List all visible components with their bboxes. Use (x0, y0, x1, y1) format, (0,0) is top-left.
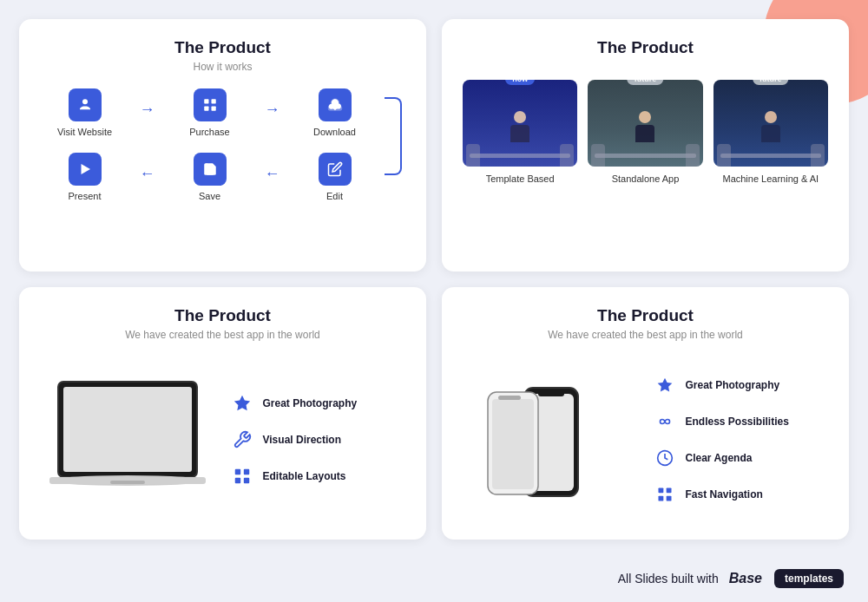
arrow-right-2: → (265, 101, 280, 119)
card4-title: The Product (463, 306, 828, 325)
chair-3a (717, 144, 731, 167)
svg-rect-25 (666, 487, 671, 493)
laptop-features-list: Great Photography Visual Direction (230, 391, 406, 488)
save-label: Save (199, 191, 220, 201)
person-figure-1 (510, 111, 529, 142)
svg-rect-27 (666, 495, 671, 501)
laptop-svg (41, 375, 214, 505)
card2-title: The Product (463, 38, 828, 57)
arrow-left-1: ← (140, 165, 155, 183)
head-1 (514, 111, 526, 123)
svg-rect-12 (234, 468, 240, 474)
feature-photography: Great Photography (230, 391, 406, 416)
card3-title: The Product (40, 306, 405, 325)
chair-2a (591, 144, 605, 167)
chair-1b (560, 144, 574, 167)
phone-feature-navigation: Fast Navigation (653, 482, 829, 507)
card-how-it-works: The Product How it works Visit Website → (19, 19, 426, 272)
save-icon (194, 153, 227, 186)
svg-point-0 (82, 99, 88, 104)
svg-rect-20 (492, 399, 534, 489)
tab-ml-image: future (713, 80, 828, 167)
badge-now: now (505, 80, 535, 85)
card-laptop-features: The Product We have created the best app… (19, 287, 426, 540)
visual-label: Visual Direction (263, 434, 341, 446)
card-phone-features: The Product We have created the best app… (442, 287, 849, 540)
head-2 (639, 111, 651, 123)
laptop-features-layout: Great Photography Visual Direction (40, 357, 405, 522)
badge-future-1: future (628, 80, 664, 85)
svg-rect-15 (243, 477, 248, 482)
tab-standalone-image: future (588, 80, 702, 167)
chair-1a (466, 144, 480, 167)
tab-ml: future Machine Learning & AI (713, 80, 828, 184)
flow-diagram: Visit Website → Purchase → (40, 88, 405, 201)
svg-rect-18 (538, 391, 564, 396)
svg-rect-26 (658, 495, 663, 501)
chair-2b (686, 144, 700, 167)
person-figure-2 (635, 111, 654, 142)
feature-visual: Visual Direction (230, 428, 406, 452)
visual-icon (230, 428, 254, 452)
scene-2 (588, 80, 702, 167)
svg-rect-4 (211, 107, 215, 111)
svg-marker-22 (657, 377, 672, 391)
svg-rect-3 (204, 107, 208, 111)
svg-rect-13 (243, 468, 248, 474)
table-1 (470, 154, 570, 158)
product-version-tabs: now Template Based future (463, 80, 828, 184)
endless-label: Endless Possibilities (686, 416, 789, 428)
svg-rect-7 (63, 387, 192, 472)
person-figure-3 (761, 111, 780, 142)
edit-icon (319, 153, 352, 186)
navigation-label: Fast Navigation (686, 488, 763, 501)
agenda-icon (653, 446, 677, 470)
person-icon (69, 88, 102, 121)
flow-bracket (385, 97, 402, 175)
tab-standalone-label: Standalone App (612, 173, 680, 184)
play-icon (69, 153, 102, 186)
phone-photography-icon (653, 373, 677, 397)
present-label: Present (69, 191, 102, 201)
tab-ml-label: Machine Learning & AI (722, 173, 819, 184)
flow-row-2: Present ← Save ← (40, 153, 379, 201)
phone-feature-photography: Great Photography (653, 373, 829, 397)
footer-brand: Base (729, 571, 762, 586)
laptop-device-area (40, 375, 216, 505)
flow-row-1: Visit Website → Purchase → (40, 88, 379, 137)
body-2 (635, 125, 654, 142)
card4-subtitle: We have created the best app in the worl… (463, 329, 828, 341)
phone-features-layout: Great Photography Endless Possibilities (463, 357, 828, 522)
tab-template-image: now (463, 80, 577, 167)
tab-template-label: Template Based (486, 173, 555, 184)
editable-label: Editable Layouts (263, 470, 346, 482)
svg-rect-1 (204, 99, 208, 103)
flow-item-purchase: Purchase (175, 88, 245, 137)
visit-label: Visit Website (57, 127, 112, 137)
flow-item-present: Present (50, 153, 120, 201)
download-label: Download (313, 127, 356, 137)
photography-icon (230, 391, 254, 416)
body-3 (761, 125, 780, 142)
phone-features-list: Great Photography Endless Possibilities (653, 373, 829, 507)
arrow-left-2: ← (265, 165, 280, 183)
svg-rect-21 (498, 396, 521, 400)
card1-title: The Product (40, 38, 405, 57)
card-product-versions: The Product now Templat (442, 19, 849, 272)
main-grid: The Product How it works Visit Website → (0, 0, 868, 555)
footer-badge: templates (774, 569, 844, 588)
badge-future-2: future (753, 80, 789, 85)
photography-label: Great Photography (263, 397, 358, 409)
svg-marker-5 (81, 164, 90, 174)
scene-3 (713, 80, 828, 167)
svg-rect-10 (110, 481, 145, 484)
head-3 (765, 111, 777, 123)
cloud-icon (319, 88, 352, 121)
svg-rect-24 (658, 487, 663, 493)
phone-photography-label: Great Photography (686, 379, 780, 391)
table-3 (720, 154, 821, 158)
feature-editable: Editable Layouts (230, 464, 406, 488)
body-1 (510, 125, 529, 142)
bottom-bar: All Slides built with Base templates (0, 555, 868, 602)
editable-icon (230, 464, 254, 488)
